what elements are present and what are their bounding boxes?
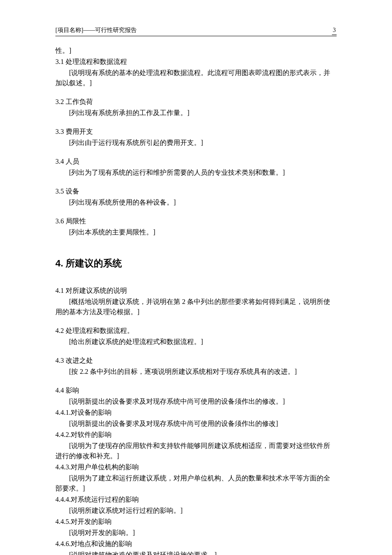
section-4-4-2-body: [说明为了使现存的应用软件和支持软件能够同所建议系统相适应，而需要对这些软件所进… — [55, 441, 337, 461]
section-3-5-body: [列出现有系统所使用的各种设备。] — [55, 197, 337, 208]
section-4-4-body: [说明新提出的设备要求及对现存系统中尚可使用的设备须作出的修改。] — [55, 396, 337, 407]
section-4-3-body: [按 2.2 条中列出的目标，逐项说明所建议系统相对于现存系统具有的改进。] — [55, 367, 337, 377]
section-4-1-title: 4.1 对所建议系统的说明 — [55, 286, 337, 296]
section-3-3-title: 3.3 费用开支 — [55, 127, 337, 137]
section-4-4-3-title: 4.4.3.对用户单位机构的影响 — [55, 462, 337, 472]
section-4-2-body: [给出所建议系统的处理流程式和数据流程。] — [55, 337, 337, 347]
page-header: [项目名称]——可行性研究报告 3 — [55, 26, 337, 36]
section-3-6-body: [列出本系统的主要局限性。] — [55, 227, 337, 237]
section-3-4-body: [列出为了现有系统的运行和维护所需要的人员的专业技术类别和数量。] — [55, 168, 337, 178]
section-3-6-title: 3.6 局限性 — [55, 216, 337, 226]
section-4-1-body: [概括地说明所建议系统，并说明在第 2 条中列出的那些要求将如何得到满足，说明所… — [55, 297, 337, 317]
header-title: [项目名称]——可行性研究报告 — [55, 26, 137, 35]
section-4-4-6-body: [说明对建筑物改造的要求及对环境设施的要求。] — [55, 550, 337, 555]
section-3-5-title: 3.5 设备 — [55, 186, 337, 197]
section-4-4-4-body: [说明所建议系统对运行过程的影响。] — [55, 506, 337, 516]
section-3-4-title: 3.4 人员 — [55, 156, 337, 167]
section-4-4-1-body: [说明新提出的设备要求及对现存系统中尚可使用的设备须作出的修改] — [55, 419, 337, 429]
section-3-2-body: [列出现有系统所承担的工作及工作量。] — [55, 108, 337, 118]
section-3-3-body: [列出由于运行现有系统所引起的费用开支。] — [55, 138, 337, 148]
document-page: [项目名称]——可行性研究报告 3 性。] 3.1 处理流程和数据流程 [说明现… — [0, 0, 392, 555]
section-4-4-6-title: 4.4.6.对地点和设施的影响 — [55, 539, 337, 549]
section-3-2-title: 3.2 工作负荷 — [55, 97, 337, 107]
section-4-2-title: 4.2 处理流程和数据流程。 — [55, 326, 337, 336]
section-4-4-5-body: [说明对开发的影响。] — [55, 528, 337, 538]
section-4-4-4-title: 4.4.4.对系统运行过程的影响 — [55, 494, 337, 505]
section-4-4-3-body: [说明为了建立和运行所建议系统，对用户单位机构、人员的数量和技术水平等方面的全部… — [55, 473, 337, 494]
section-4-4-title: 4.4 影响 — [55, 385, 337, 396]
page-number: 3 — [332, 26, 337, 35]
section-4-3-title: 4.3 改进之处 — [55, 356, 337, 366]
heading-4: 4. 所建议的系统 — [55, 256, 337, 270]
fragment-prev-page: 性。] — [55, 46, 337, 56]
section-4-4-5-title: 4.4.5.对开发的影响 — [55, 517, 337, 527]
section-4-4-1-title: 4.4.1.对设备的影响 — [55, 408, 337, 418]
section-3-1-body: [说明现有系统的基本的处理流程和数据流程。此流程可用图表即流程图的形式表示，并加… — [55, 68, 337, 88]
heading-4-title: 4. 所建议的系统 — [55, 258, 122, 269]
section-3-1-title: 3.1 处理流程和数据流程 — [55, 57, 337, 67]
section-4-4-2-title: 4.4.2.对软件的影响 — [55, 430, 337, 440]
